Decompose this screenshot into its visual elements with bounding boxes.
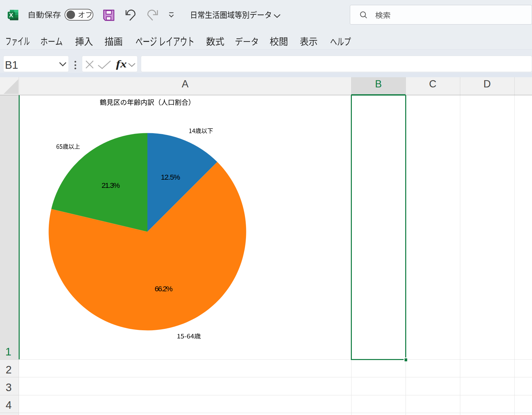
svg-text:12.5%: 12.5%: [161, 173, 180, 181]
svg-text:2: 2: [6, 364, 11, 376]
svg-text:fx: fx: [116, 58, 127, 70]
svg-text:1: 1: [5, 346, 11, 358]
svg-text:4: 4: [6, 399, 11, 411]
svg-text:21.3%: 21.3%: [102, 181, 120, 189]
svg-text:66.2%: 66.2%: [155, 285, 173, 293]
svg-text:3: 3: [6, 381, 11, 393]
svg-text:A: A: [182, 78, 189, 90]
svg-text:B: B: [375, 78, 382, 90]
svg-text:C: C: [429, 78, 436, 90]
svg-text:B1: B1: [5, 59, 18, 71]
svg-text:D: D: [484, 78, 491, 90]
